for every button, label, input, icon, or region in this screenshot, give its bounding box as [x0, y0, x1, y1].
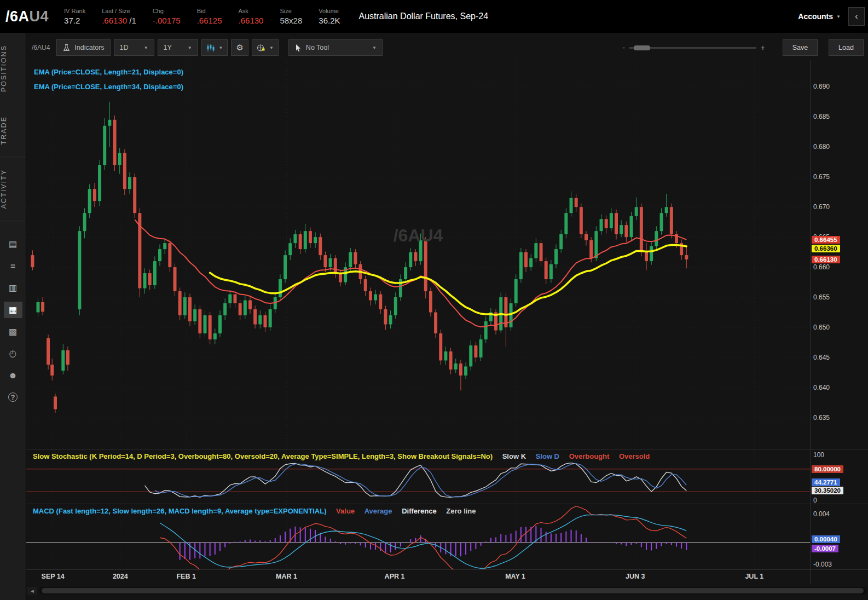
price-axis-tick: 0.690 [813, 83, 830, 90]
symbol-contract: U4 [30, 8, 49, 25]
sidebar-tab-trade[interactable]: TRADE [0, 104, 26, 157]
cursor-icon [294, 44, 302, 52]
chart-toolbar: /6AU4 Indicators 1D ▼ 1Y ▼ [31, 38, 864, 57]
macd-label-row: MACD (Fast length=12, Slow length=26, MA… [33, 507, 476, 515]
zoom-out-button[interactable]: - [622, 43, 625, 52]
zoom-slider-thumb[interactable] [634, 45, 650, 50]
symbol-title: /6AU4 [5, 8, 49, 25]
save-button[interactable]: Save [783, 39, 818, 56]
field-value: 37.2 [64, 16, 85, 25]
scroll-left-button[interactable]: ◂ [27, 587, 37, 595]
chart-icon[interactable]: ▦ [4, 302, 22, 318]
field-value: -.00175 [153, 16, 181, 25]
range-dropdown[interactable]: 1Y ▼ [158, 39, 198, 56]
load-button[interactable]: Load [829, 39, 864, 56]
price-pane: EMA (Price=CLOSE, Length=21, Displace=0)… [26, 60, 868, 449]
time-axis-label: MAY 1 [505, 573, 525, 580]
price-axis-tick: 0.645 [813, 354, 830, 361]
orders-icon[interactable]: ▥ [4, 280, 22, 296]
macd-plot[interactable]: MACD (Fast length=12, Slow length=26, MA… [26, 504, 810, 569]
macd-legend-average: Average [364, 507, 392, 515]
zoom-slider[interactable] [629, 47, 756, 49]
price-plot[interactable]: EMA (Price=CLOSE, Length=21, Displace=0)… [26, 60, 810, 449]
stoch-legend-slow-k: Slow K [502, 452, 526, 460]
price-axis-bubble: 0.66455 [812, 236, 840, 244]
macd-legend-difference: Difference [402, 507, 437, 515]
scrollbar-thumb[interactable] [42, 588, 864, 593]
macd-axis[interactable]: 0.004 -0.003 0.00040-0.0007 [810, 504, 868, 569]
timeframe-value: 1D [120, 44, 129, 51]
price-axis-bubble: 0.66130 [812, 256, 840, 263]
price-axis-tick: 0.655 [813, 293, 830, 301]
toolbar-symbol-label: /6AU4 [32, 44, 50, 51]
price-chart-svg [26, 60, 810, 449]
chevron-down-icon: ▼ [144, 45, 148, 50]
field-iv-rank: IV Rank 37.2 [64, 8, 85, 25]
price-axis-tick: 0.660 [813, 263, 830, 271]
chart-style-dropdown[interactable]: ▼ [201, 39, 228, 56]
scrollbar-track[interactable] [39, 587, 867, 595]
chevron-down-icon: ▼ [269, 45, 274, 50]
active-tool-dropdown[interactable]: No Tool ▼ [288, 39, 383, 56]
chart-settings-button[interactable]: ⚙ [231, 39, 248, 56]
time-axis-label: JUL 1 [745, 573, 763, 580]
time-axis[interactable]: SEP 142024FEB 1MAR 1APR 1MAY 1JUN 3JUL 1 [26, 569, 868, 584]
chevron-left-icon: ‹ [855, 11, 858, 21]
list-icon[interactable]: ≡ [4, 258, 22, 274]
time-axis-label: 2024 [113, 573, 128, 580]
active-tool-value: No Tool [306, 44, 329, 51]
sidebar-tab-activity[interactable]: ACTIVITY [0, 157, 26, 221]
range-value: 1Y [164, 44, 172, 51]
collapse-panel-button[interactable]: ‹ [848, 7, 865, 26]
gear-icon: ⚙ [236, 43, 243, 53]
field-last-size: Last / Size .66130 /1 [102, 8, 136, 25]
drawing-set-dropdown[interactable]: ▼ [252, 39, 279, 56]
field-label: Last / Size [102, 8, 136, 14]
time-axis-label: SEP 14 [42, 573, 65, 580]
axis-corner [810, 570, 868, 584]
field-volume: Volume 36.2K [319, 8, 340, 25]
left-sidebar: POSITIONS TRADE ACTIVITY ▤ ≡ ▥ ▦ ▩ ◴ ☻ ? [0, 33, 26, 600]
macd-axis-top: 0.004 [813, 510, 830, 518]
macd-axis-bubble: -0.0007 [812, 545, 838, 552]
clock-icon[interactable]: ◴ [4, 345, 22, 362]
time-axis-labels: SEP 142024FEB 1MAR 1APR 1MAY 1JUN 3JUL 1 [26, 570, 810, 584]
field-label: Bid [197, 8, 222, 14]
candlestick-style-icon [206, 44, 215, 52]
macd-legend-value: Value [336, 507, 355, 515]
stochastic-axis-bubble: 44.2771 [812, 478, 840, 486]
chart-panel: /6AU4 Indicators 1D ▼ 1Y ▼ [26, 33, 868, 600]
stoch-legend-overbought: Overbought [569, 452, 610, 460]
timeframe-dropdown[interactable]: 1D ▼ [114, 39, 154, 56]
price-axis-tick: 0.675 [813, 173, 830, 181]
price-axis[interactable]: 0.6900.6850.6800.6750.6700.6650.6600.655… [810, 60, 868, 449]
indicators-button[interactable]: Indicators [56, 39, 110, 56]
stochastic-axis-bubble: 80.00000 [812, 465, 843, 473]
zoom-control: - + [622, 43, 765, 52]
stoch-axis-bottom: 0 [813, 497, 817, 504]
price-axis-tick: 0.650 [813, 324, 830, 331]
field-value: 58x28 [280, 16, 302, 25]
dashboard-icon[interactable]: ▩ [4, 324, 22, 340]
instrument-description: Australian Dollar Futures, Sep-24 [359, 11, 489, 21]
notes-icon[interactable]: ▤ [4, 236, 22, 252]
price-axis-tick: 0.640 [813, 384, 830, 391]
accounts-label: Accounts [798, 12, 833, 21]
people-icon[interactable]: ☻ [4, 367, 22, 384]
symbol-watermark: /6AU4 [394, 225, 443, 245]
sidebar-tab-positions[interactable]: POSITIONS [0, 33, 26, 104]
quote-header: /6AU4 IV Rank 37.2 Last / Size .66130 /1… [0, 0, 868, 33]
field-label: Size [280, 8, 302, 14]
chevron-down-icon: ▼ [219, 45, 223, 50]
stochastic-plot[interactable]: Slow Stochastic (K Period=14, D Period=3… [26, 449, 810, 504]
chevron-down-icon: ▼ [836, 14, 841, 19]
zoom-in-button[interactable]: + [761, 43, 765, 52]
accounts-dropdown[interactable]: Accounts ▼ [798, 12, 841, 21]
macd-study-label: MACD (Fast length=12, Slow length=26, MA… [33, 507, 326, 515]
chart-scrollbar: ◂ [27, 586, 867, 596]
stochastic-axis[interactable]: 100 0 80.0000044.277130.35020 [810, 449, 868, 504]
time-axis-label: MAR 1 [276, 573, 297, 580]
help-icon[interactable]: ? [4, 389, 22, 406]
field-value: .66130 /1 [102, 16, 136, 25]
field-label: Volume [319, 8, 340, 14]
